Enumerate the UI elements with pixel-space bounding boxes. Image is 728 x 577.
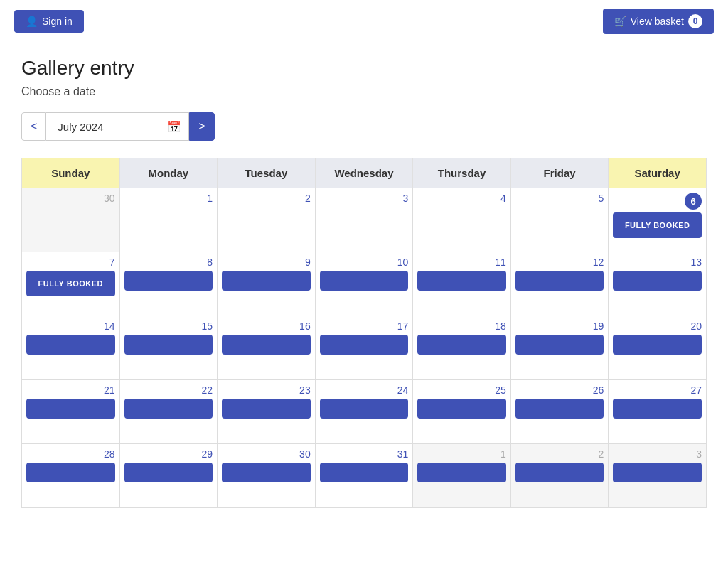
date-number: 9 <box>222 257 311 268</box>
availability-bar[interactable] <box>613 335 702 355</box>
availability-bar[interactable] <box>613 399 702 419</box>
availability-bar[interactable] <box>417 399 506 419</box>
fully-booked-bar[interactable]: FULLY BOOKED <box>26 271 115 296</box>
calendar-cell-3-1[interactable]: 14 <box>22 316 120 380</box>
calendar-week-5: 28293031123 <box>22 444 707 508</box>
availability-bar[interactable] <box>222 463 311 482</box>
calendar-cell-1-7[interactable]: 6FULLY BOOKED <box>609 188 707 252</box>
availability-bar[interactable] <box>515 271 604 291</box>
prev-month-button[interactable]: < <box>21 112 46 141</box>
calendar-cell-5-4[interactable]: 31 <box>315 444 413 508</box>
calendar-cell-3-2[interactable]: 15 <box>119 316 218 380</box>
header-saturday: Saturday <box>609 158 707 188</box>
date-number: 8 <box>124 257 213 268</box>
availability-bar[interactable] <box>515 335 604 355</box>
calendar-cell-2-3[interactable]: 9 <box>218 252 316 316</box>
calendar-cell-1-2[interactable]: 1 <box>119 188 218 252</box>
date-number: 2 <box>515 448 604 460</box>
top-bar: 👤 Sign in 🛒 View basket 0 <box>0 0 728 43</box>
calendar-cell-3-6[interactable]: 19 <box>510 316 609 380</box>
date-number: 27 <box>613 384 702 396</box>
basket-count: 0 <box>688 14 702 28</box>
calendar-week-2: 7FULLY BOOKED8910111213 <box>22 252 707 316</box>
calendar-cell-3-3[interactable]: 16 <box>218 316 316 380</box>
availability-bar[interactable] <box>320 463 409 482</box>
calendar-cell-4-2[interactable]: 22 <box>119 380 218 444</box>
date-number: 18 <box>417 320 506 332</box>
date-number: 19 <box>515 320 604 332</box>
calendar-cell-3-4[interactable]: 17 <box>315 316 413 380</box>
calendar-cell-1-5[interactable]: 4 <box>413 188 511 252</box>
availability-bar[interactable] <box>417 271 506 291</box>
calendar-cell-2-4[interactable]: 10 <box>315 252 413 316</box>
calendar-icon-button[interactable]: 📅 <box>160 112 189 141</box>
sign-in-button[interactable]: 👤 Sign in <box>14 10 84 33</box>
date-number: 10 <box>320 257 409 268</box>
availability-bar[interactable] <box>26 335 115 355</box>
availability-bar[interactable] <box>222 399 311 419</box>
calendar-cell-4-4[interactable]: 24 <box>315 380 413 444</box>
calendar-cell-4-3[interactable]: 23 <box>218 380 316 444</box>
availability-bar[interactable] <box>417 463 506 482</box>
calendar-cell-2-1[interactable]: 7FULLY BOOKED <box>22 252 120 316</box>
date-number: 17 <box>320 320 409 332</box>
calendar-cell-4-5[interactable]: 25 <box>413 380 511 444</box>
header-wednesday: Wednesday <box>315 158 413 188</box>
availability-bar[interactable] <box>222 335 311 355</box>
availability-bar[interactable] <box>320 335 409 355</box>
calendar-cell-2-2[interactable]: 8 <box>119 252 218 316</box>
availability-bar[interactable] <box>124 271 213 291</box>
next-month-button[interactable]: > <box>189 112 214 141</box>
view-basket-button[interactable]: 🛒 View basket 0 <box>603 9 714 34</box>
calendar-cell-5-7[interactable]: 3 <box>609 444 707 508</box>
date-number: 3 <box>320 193 409 204</box>
date-number: 30 <box>26 193 115 204</box>
page-content: Gallery entry Choose a date < July 2024 … <box>0 43 728 522</box>
calendar-cell-5-1[interactable]: 28 <box>22 444 120 508</box>
availability-bar[interactable] <box>26 463 115 482</box>
date-number: 13 <box>613 257 702 268</box>
calendar-week-3: 14151617181920 <box>22 316 707 380</box>
calendar-cell-4-7[interactable]: 27 <box>609 380 707 444</box>
calendar-cell-4-1[interactable]: 21 <box>22 380 120 444</box>
availability-bar[interactable] <box>124 399 213 419</box>
availability-bar[interactable] <box>613 271 702 291</box>
calendar-cell-3-5[interactable]: 18 <box>413 316 511 380</box>
sign-in-label: Sign in <box>42 16 73 27</box>
page-title: Gallery entry <box>21 57 707 80</box>
fully-booked-bar[interactable]: FULLY BOOKED <box>613 212 702 238</box>
availability-bar[interactable] <box>417 335 506 355</box>
availability-bar[interactable] <box>26 399 115 419</box>
calendar-cell-1-3[interactable]: 2 <box>218 188 316 252</box>
date-number: 20 <box>613 320 702 332</box>
calendar-cell-2-5[interactable]: 11 <box>413 252 511 316</box>
date-number: 1 <box>124 193 213 204</box>
availability-bar[interactable] <box>515 399 604 419</box>
calendar-cell-5-6[interactable]: 2 <box>510 444 609 508</box>
availability-bar[interactable] <box>124 463 213 482</box>
header-monday: Monday <box>119 158 218 188</box>
calendar-cell-3-7[interactable]: 20 <box>609 316 707 380</box>
availability-bar[interactable] <box>124 335 213 355</box>
calendar-cell-5-3[interactable]: 30 <box>218 444 316 508</box>
calendar-cell-5-5[interactable]: 1 <box>413 444 511 508</box>
calendar-cell-5-2[interactable]: 29 <box>119 444 218 508</box>
calendar-cell-1-1[interactable]: 30 <box>22 188 120 252</box>
availability-bar[interactable] <box>613 463 702 482</box>
calendar-icon: 📅 <box>167 120 181 134</box>
calendar-cell-1-4[interactable]: 3 <box>315 188 413 252</box>
calendar-cell-4-6[interactable]: 26 <box>510 380 609 444</box>
calendar-week-1: 30123456FULLY BOOKED <box>22 188 707 252</box>
availability-bar[interactable] <box>222 271 311 291</box>
availability-bar[interactable] <box>320 271 409 291</box>
calendar-table: Sunday Monday Tuesday Wednesday Thursday… <box>21 158 707 508</box>
header-thursday: Thursday <box>413 158 511 188</box>
calendar-cell-1-6[interactable]: 5 <box>510 188 609 252</box>
date-number: 3 <box>613 448 702 460</box>
date-number: 14 <box>26 320 115 332</box>
calendar-cell-2-6[interactable]: 12 <box>510 252 609 316</box>
availability-bar[interactable] <box>320 399 409 419</box>
date-number: 29 <box>124 448 213 460</box>
availability-bar[interactable] <box>515 463 604 482</box>
calendar-cell-2-7[interactable]: 13 <box>609 252 707 316</box>
